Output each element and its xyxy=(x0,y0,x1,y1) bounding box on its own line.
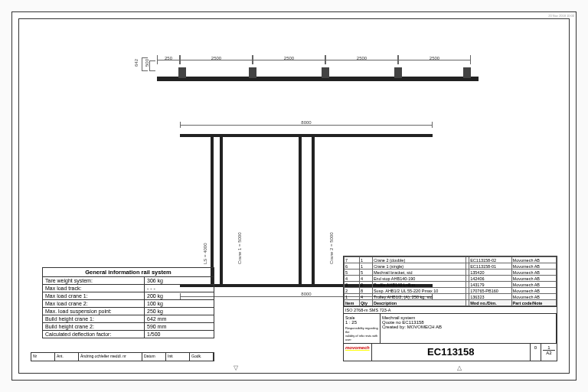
info-row: Calculated deflection factor:1/500 xyxy=(43,331,214,338)
hanger xyxy=(178,67,186,78)
info-row: Max load crane 1:200 kg xyxy=(43,292,214,300)
bom-header: ItemQtyDescriptionMod no./Dim.Part code/… xyxy=(345,300,557,306)
dim-top-4: 2500 xyxy=(398,55,471,64)
title-line3: Created by: MOVOMECH AB xyxy=(382,325,554,329)
standard-note: ISO 2768-m SMS 723-A xyxy=(344,306,557,313)
vert-dim: 642 500 xyxy=(142,57,160,88)
info-row: Build height crane 2:590 mm xyxy=(43,323,214,331)
title-meta: Scale 1 : 25 Responsibility regarding th… xyxy=(344,313,557,343)
info-row: Tare weight system:306 kg xyxy=(43,277,214,285)
label-crane1: Crane 1 = 5000 xyxy=(237,232,242,264)
revision: 0 xyxy=(531,344,541,361)
sig-col: Godk. xyxy=(190,353,214,361)
sig-col: Init xyxy=(166,353,190,361)
crane-rail xyxy=(220,134,223,287)
elevation-view: 250 2500 2500 2500 2500 xyxy=(157,54,479,92)
drawing-sheet: 20 Nov 2018 10:00 250 2500 2500 2500 250… xyxy=(11,11,577,381)
fold-mark: ▽ xyxy=(234,364,238,371)
info-header: General information rail system xyxy=(43,268,214,277)
sig-col: Ändring och/eller meddl. nr xyxy=(79,353,142,361)
info-row: Max load crane 2:100 kg xyxy=(43,300,214,308)
revision-block: Nr Ant. Ändring och/eller meddl. nr Datu… xyxy=(31,352,214,361)
bom-row: 44End stop AHB140-190142406Movomech AB xyxy=(345,276,557,282)
bom-row: 55Mechrail bracket, std135420Movomech AB xyxy=(345,270,557,276)
dim-top-1: 2500 xyxy=(180,55,253,64)
dim-642: 642 xyxy=(134,59,139,67)
dim-top-3: 2500 xyxy=(325,55,398,64)
hanger xyxy=(249,67,256,78)
bom-row: 28Susp. AHB1/2 UL 55-220 Pmax 10170765-P… xyxy=(345,288,557,294)
info-row: Build height crane 1:642 mm xyxy=(43,315,214,323)
dim-500: 500 xyxy=(145,59,149,67)
bom-row: 71Crane 2 (double)EC113158-02Movomech AB xyxy=(345,257,557,263)
hanger xyxy=(463,67,471,78)
track-top xyxy=(180,134,433,137)
sig-col: Datum xyxy=(142,353,166,361)
bom-table: 71Crane 2 (double)EC113158-02Movomech AB… xyxy=(344,256,557,306)
sheet-format: A2 xyxy=(543,350,555,355)
dim-top-2: 2500 xyxy=(253,55,325,64)
bom-row: 61Crane 1 (single)EC113158-01Movomech AB xyxy=(345,263,557,270)
crane-rail xyxy=(211,134,214,287)
crane-rail xyxy=(299,134,302,287)
scale-value: 1 : 25 xyxy=(345,320,378,325)
rail-profile xyxy=(157,77,479,81)
dim-top-0: 250 xyxy=(157,55,180,64)
bom-row: 14Trolley AHB1/2, (A), 250 kg, std136323… xyxy=(345,294,557,300)
info-row: Max load track:- - - xyxy=(43,285,214,292)
label-crane2: Crane 2 = 5000 xyxy=(329,232,334,264)
dim-value: 8000 xyxy=(301,120,311,125)
drawing-frame: 250 2500 2500 2500 2500 642 500 8000 LS … xyxy=(18,18,570,374)
drawing-number: EC113158 xyxy=(372,344,531,361)
dim-value: 8000 xyxy=(301,292,311,296)
bom-row: 32Profile AHB140 L=8 m143179Movomech AB xyxy=(345,282,557,288)
fold-mark: △ xyxy=(457,364,462,371)
timestamp: 20 Nov 2018 10:00 xyxy=(548,14,574,18)
info-row: Max. load suspension point:250 kg xyxy=(43,308,214,315)
title-block: 71Crane 2 (double)EC113158-02Movomech AB… xyxy=(343,256,557,361)
hanger xyxy=(322,67,329,78)
sig-col: Nr xyxy=(31,353,55,361)
hanger xyxy=(394,67,402,78)
dim-plan-top: 8000 xyxy=(180,120,433,129)
crane-rail xyxy=(312,134,315,287)
company-logo: movomech xyxy=(344,344,372,361)
general-info-table: General information rail system Tare wei… xyxy=(42,267,214,338)
label-ls: LS = 4000 xyxy=(203,243,207,264)
sig-col: Ant. xyxy=(55,353,79,361)
